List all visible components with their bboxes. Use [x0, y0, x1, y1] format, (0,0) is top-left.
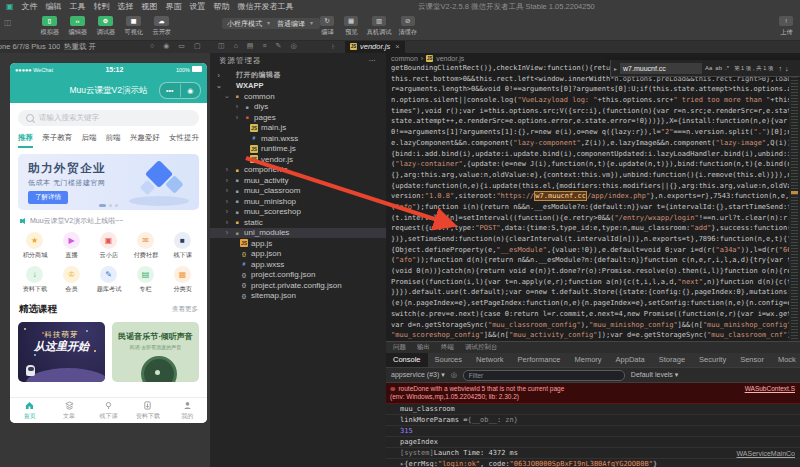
category-tab[interactable]: 推荐	[18, 133, 33, 148]
devtools-tab[interactable]: Console	[386, 353, 428, 367]
file-tree-item[interactable]: › ■ components	[210, 165, 386, 176]
eye-icon[interactable]: ◎	[451, 371, 457, 379]
hot-reload-toggle[interactable]: 热重载 开	[64, 42, 96, 52]
panel-toggle-icon[interactable]: ◫	[4, 18, 12, 27]
editor-tool-icon[interactable]: ⌂	[234, 42, 238, 50]
menu-item[interactable]: 编辑	[46, 1, 62, 12]
editor-tool-icon[interactable]: ✎	[276, 42, 282, 50]
code-editor[interactable]: getBoundingClientRect()},checkInView:fun…	[386, 63, 800, 341]
code-line[interactable]: e.lazyComponent&&n.component("lazy-compo…	[391, 138, 800, 149]
regex-icon[interactable]: .*	[725, 65, 729, 71]
file-tree-item[interactable]: {} project.config.json	[210, 270, 386, 281]
category-tab[interactable]: 亲子教育	[42, 133, 72, 148]
menu-item[interactable]: 工具	[70, 1, 86, 12]
toolbar-action-button[interactable]: ▦ 预览	[342, 16, 360, 37]
filter-input[interactable]: Filter	[463, 370, 625, 381]
code-line[interactable]: })},setTimeSend:function(n){clearInterva…	[391, 234, 800, 245]
devtools-tab[interactable]: Memory	[568, 353, 609, 367]
tab-bar-item[interactable]: 首页	[10, 398, 49, 423]
console-log-row[interactable]: 315	[386, 426, 800, 437]
exit-target-icon[interactable]: ◉	[180, 84, 201, 97]
feature-grid-item[interactable]: ■ 线下课	[164, 232, 201, 260]
toolbar-toggle-button[interactable]: ▯ 模拟器	[38, 16, 61, 37]
devtools-tab[interactable]: Performance	[511, 353, 568, 367]
menu-item[interactable]: 文件	[22, 1, 38, 12]
whole-word-icon[interactable]: ab	[715, 65, 722, 71]
panel-tab[interactable]: 输出	[417, 343, 430, 352]
code-line[interactable]: r=arguments.length>0&&void 0!==arguments…	[391, 84, 800, 95]
feature-grid-item[interactable]: ★ 积分商城	[16, 232, 53, 260]
editor-tool-icon[interactable]: ◎	[290, 42, 296, 50]
toolbar-action-button[interactable]: ↻ 编译	[318, 16, 336, 37]
file-tree-item[interactable]: JS main.js	[210, 123, 386, 134]
code-content[interactable]: getBoundingClientRect()},checkInView:fun…	[386, 63, 800, 341]
file-tree-item[interactable]: › ■ muu_classroom	[210, 186, 386, 197]
console-log-row[interactable]: [system] Launch Time: 4372 msWAServiceMa…	[386, 448, 800, 459]
editor-tab-vendor-js[interactable]: JS vendor.js ×	[345, 40, 405, 53]
console-error[interactable]: ⊗routeDone with a webviewId 5 that is no…	[386, 383, 800, 404]
file-tree-item[interactable]: JS runtime.js	[210, 144, 386, 155]
category-tab[interactable]: 兴趣爱好	[130, 133, 160, 148]
toolbar-toggle-button[interactable]: ‹› 编辑器	[66, 16, 89, 37]
carousel-dot[interactable]	[109, 204, 112, 207]
toolbar-action-button[interactable]: ▥ 真机调试	[366, 16, 392, 37]
editor-tool-icon[interactable]: ≡	[262, 42, 266, 50]
devtools-tab[interactable]: Mock	[771, 353, 800, 367]
code-line[interactable]: {Object.defineProperty(e,"__esModule",{v…	[391, 245, 800, 256]
category-tab[interactable]: 后端	[81, 133, 96, 148]
device-selector[interactable]: iPhone 6/7/8 Plus 100% 16	[0, 42, 60, 51]
code-line[interactable]: n.options.silent||console.log("VueLazylo…	[391, 95, 800, 106]
code-line[interactable]: "muu_scoreshop_config"]&&(n["muu_activit…	[391, 330, 800, 341]
more-menu-icon[interactable]: •••	[160, 84, 180, 97]
editor-tool-icon[interactable]: ◫	[218, 42, 225, 50]
file-tree-item[interactable]: › ■ pages	[210, 112, 386, 123]
next-match-icon[interactable]: ↓	[785, 65, 789, 72]
devtools-tab[interactable]: Security	[692, 353, 733, 367]
menu-item[interactable]: 转到	[94, 1, 110, 12]
feature-grid-item[interactable]: ✉ 付费社群	[127, 232, 164, 260]
levels-dropdown[interactable]: Default levels ▾	[631, 371, 679, 379]
simulator-tool-icon[interactable]: ▭	[178, 42, 185, 50]
toolbar-toggle-button[interactable]: ▦ 可视化	[122, 16, 145, 37]
minimap[interactable]	[789, 63, 800, 341]
menu-item[interactable]: 微信开发者工具	[238, 1, 294, 12]
code-line[interactable]: switch(e.prev=e.next){case 0:return l=r.…	[391, 309, 800, 320]
tab-bar-item[interactable]: 我的	[168, 398, 207, 423]
file-tree-item[interactable]: ⌄ ■ common	[210, 91, 386, 102]
see-more-link[interactable]: 查看更多	[172, 305, 198, 314]
editor-tool-icon[interactable]: ▤	[247, 42, 254, 50]
code-line[interactable]: Promise((function(i,l){var t=n.apply(e,r…	[391, 277, 800, 288]
code-line[interactable]: (void 0(n))}catch(n){return void e(n)}t.…	[391, 266, 800, 277]
file-tree-item[interactable]: › ■ muu_scoreshop	[210, 207, 386, 218]
feature-grid-item[interactable]: ▣ 云小店	[90, 232, 127, 260]
code-line[interactable]: {},arg:this.arg,value:n,oldValue:e},{con…	[391, 170, 800, 181]
panel-tab[interactable]: 终端	[441, 343, 454, 352]
code-line[interactable]: ("afo");function i(n){return n&&n.__esMo…	[391, 202, 800, 213]
simulator-tool-icon[interactable]: ◉	[163, 42, 169, 50]
log-source-link[interactable]: WAServiceMainCo	[737, 450, 795, 457]
find-input[interactable]: w7.muucnf.cc	[620, 63, 702, 74]
code-line[interactable]: 0!==arguments[1]?arguments[1]:{},r=new e…	[391, 127, 800, 138]
console-log-row[interactable]: linkMoreParams = {__ob__: zn}	[386, 415, 800, 426]
file-tree-item[interactable]: › ■ muu_activity	[210, 175, 386, 186]
category-tab[interactable]: 前端	[106, 133, 121, 148]
file-tree-item[interactable]: {} app.json	[210, 249, 386, 260]
menu-item[interactable]: 界面	[166, 1, 182, 12]
file-tree-item[interactable]: › 打开的编辑器	[210, 70, 386, 81]
devtools-tab[interactable]: Storage	[652, 353, 692, 367]
file-tree-item[interactable]: › ■ static	[210, 217, 386, 228]
course-card[interactable]: 民谣音乐节·倾听声音 民谣·去听有温度的声音	[112, 322, 199, 382]
feature-grid-item[interactable]: ▦ 分类页	[164, 266, 201, 294]
file-tree-item[interactable]: JS vendor.js	[210, 154, 386, 165]
code-line[interactable]: request({url:r,type:"POST",data:{time:S,…	[391, 223, 800, 234]
breadcrumb-file[interactable]: vendor.js	[436, 55, 464, 62]
code-line[interactable]: times"),void r();var i=this.options.src;…	[391, 106, 800, 117]
tab-bar-item[interactable]: 资料下载	[128, 398, 167, 423]
tab-bar-item[interactable]: 文章	[49, 398, 88, 423]
devtools-tab[interactable]: Network	[469, 353, 511, 367]
error-source-link[interactable]: WASubContext.S	[745, 385, 795, 393]
file-tree-item[interactable]: ⌄ WXAPP	[210, 81, 386, 92]
console-log-row[interactable]: muu_classroom	[386, 404, 800, 415]
code-line[interactable]: {update:function(n,e){i.update(this.el,{…	[391, 181, 800, 192]
close-icon[interactable]: ×	[395, 42, 399, 51]
